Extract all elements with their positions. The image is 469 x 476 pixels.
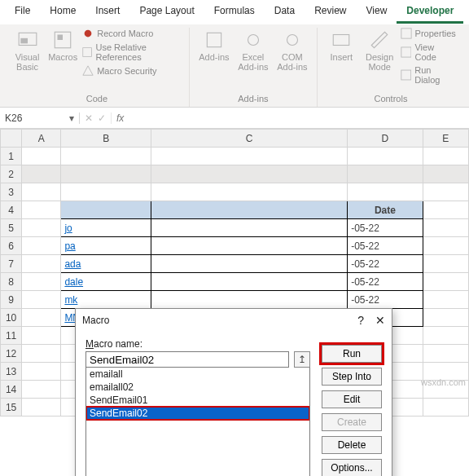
row-header[interactable]: 13 bbox=[1, 363, 22, 381]
row-header[interactable]: 10 bbox=[1, 309, 22, 327]
row-header[interactable]: 2 bbox=[1, 165, 22, 183]
enter-icon[interactable]: ✓ bbox=[98, 112, 106, 124]
tab-view[interactable]: View bbox=[357, 0, 397, 24]
date-cell[interactable]: -05-22 bbox=[348, 273, 423, 291]
dialog-titlebar[interactable]: Macro ? ✕ bbox=[76, 309, 392, 332]
date-cell[interactable]: -05-22 bbox=[348, 255, 423, 273]
svg-point-7 bbox=[248, 35, 258, 46]
record-icon bbox=[82, 28, 94, 39]
table-header-cell[interactable] bbox=[151, 201, 347, 219]
tab-home[interactable]: Home bbox=[40, 0, 85, 24]
row-header[interactable]: 4 bbox=[1, 201, 22, 219]
edit-button[interactable]: Edit bbox=[322, 390, 382, 408]
data-cell[interactable] bbox=[151, 273, 347, 291]
name-box-value: K26 bbox=[5, 112, 22, 124]
data-cell[interactable] bbox=[151, 237, 347, 255]
col-header[interactable]: B bbox=[61, 130, 151, 148]
svg-point-8 bbox=[287, 35, 297, 46]
col-header[interactable]: D bbox=[348, 130, 423, 148]
list-item[interactable]: emailall02 bbox=[86, 381, 309, 394]
date-cell[interactable]: -05-22 bbox=[348, 291, 423, 309]
data-cell[interactable] bbox=[151, 219, 347, 237]
row-header[interactable]: 15 bbox=[1, 399, 22, 416]
row-header[interactable]: 3 bbox=[1, 183, 22, 201]
tab-file[interactable]: File bbox=[5, 0, 40, 24]
col-header[interactable]: C bbox=[151, 130, 347, 148]
macro-dialog: Macro ? ✕ Macro name: ↥ emailall emailal… bbox=[75, 308, 392, 476]
group-addins: Add-ins Excel Add-ins COM Add-ins Add-in… bbox=[190, 28, 318, 107]
svg-rect-6 bbox=[207, 33, 221, 46]
design-mode-button[interactable]: Design Mode bbox=[362, 28, 397, 73]
tab-data[interactable]: Data bbox=[265, 0, 305, 24]
link-cell[interactable]: jo bbox=[61, 219, 151, 237]
gear-icon bbox=[243, 29, 264, 51]
table-header-date[interactable]: Date bbox=[348, 201, 423, 219]
row-header[interactable]: 1 bbox=[1, 148, 22, 165]
link-cell[interactable]: ada bbox=[61, 255, 151, 273]
tab-page-layout[interactable]: Page Layout bbox=[129, 0, 204, 24]
fx-label: fx bbox=[112, 112, 129, 124]
gear-icon bbox=[282, 29, 303, 51]
chevron-down-icon[interactable]: ▾ bbox=[69, 112, 74, 124]
macros-button[interactable]: Macros bbox=[46, 28, 79, 64]
data-cell[interactable] bbox=[151, 291, 347, 309]
row-header[interactable]: 14 bbox=[1, 381, 22, 399]
close-icon[interactable]: ✕ bbox=[375, 314, 385, 327]
fx-controls: ✕ ✓ bbox=[80, 112, 112, 124]
link-cell[interactable]: pa bbox=[61, 237, 151, 255]
insert-control-button[interactable]: Insert bbox=[324, 28, 359, 64]
step-into-button[interactable]: Step Into bbox=[322, 368, 382, 386]
addins-button[interactable]: Add-ins bbox=[196, 28, 232, 64]
table-header-cell[interactable] bbox=[61, 201, 151, 219]
link-cell[interactable]: mk bbox=[61, 291, 151, 309]
select-all[interactable] bbox=[1, 130, 22, 148]
visual-basic-button[interactable]: Visual Basic bbox=[11, 28, 43, 73]
delete-button[interactable]: Delete bbox=[322, 436, 382, 454]
macro-name-input[interactable] bbox=[85, 351, 289, 368]
list-item[interactable]: SendEmail01 bbox=[86, 394, 309, 407]
date-cell[interactable]: -05-22 bbox=[348, 237, 423, 255]
data-cell[interactable] bbox=[151, 255, 347, 273]
name-box[interactable]: K26 ▾ bbox=[0, 112, 80, 124]
excel-addins-button[interactable]: Excel Add-ins bbox=[235, 28, 271, 73]
properties-button[interactable]: Properties bbox=[401, 28, 458, 39]
options-button[interactable]: Options... bbox=[322, 459, 382, 476]
row-header[interactable]: 7 bbox=[1, 255, 22, 273]
com-addins-button[interactable]: COM Add-ins bbox=[274, 28, 310, 73]
list-item-selected[interactable]: SendEmail02 bbox=[86, 407, 309, 420]
macro-list[interactable]: emailall emailall02 SendEmail01 SendEmai… bbox=[85, 368, 310, 476]
svg-rect-11 bbox=[401, 47, 410, 57]
svg-rect-12 bbox=[401, 70, 410, 80]
view-code-button[interactable]: View Code bbox=[401, 42, 458, 62]
col-header[interactable]: A bbox=[22, 130, 61, 148]
addins-icon bbox=[204, 29, 225, 51]
date-cell[interactable]: -05-22 bbox=[348, 219, 423, 237]
grid-icon bbox=[82, 46, 92, 58]
row-header[interactable]: 5 bbox=[1, 219, 22, 237]
row-header[interactable]: 6 bbox=[1, 237, 22, 255]
svg-rect-1 bbox=[20, 38, 28, 44]
link-cell[interactable]: dale bbox=[61, 273, 151, 291]
tab-formulas[interactable]: Formulas bbox=[204, 0, 265, 24]
macros-icon bbox=[52, 29, 73, 51]
row-header[interactable]: 11 bbox=[1, 327, 22, 345]
tab-insert[interactable]: Insert bbox=[85, 0, 129, 24]
row-header[interactable]: 8 bbox=[1, 273, 22, 291]
list-item[interactable]: emailall bbox=[86, 368, 309, 381]
col-header[interactable]: E bbox=[423, 130, 468, 148]
run-button[interactable]: Run bbox=[322, 345, 382, 363]
ribbon-tabs: File Home Insert Page Layout Formulas Da… bbox=[0, 0, 469, 24]
tab-review[interactable]: Review bbox=[305, 0, 356, 24]
run-dialog-button[interactable]: Run Dialog bbox=[401, 65, 458, 85]
row-header[interactable]: 9 bbox=[1, 291, 22, 309]
help-icon[interactable]: ? bbox=[357, 314, 364, 327]
tab-developer[interactable]: Developer bbox=[397, 0, 463, 24]
dialog-buttons: Run Step Into Edit Create Delete Options… bbox=[322, 345, 382, 476]
record-macro-button[interactable]: Record Macro bbox=[82, 28, 182, 39]
macro-security-button[interactable]: Macro Security bbox=[82, 65, 182, 77]
toolbox-icon bbox=[331, 29, 352, 51]
cancel-icon[interactable]: ✕ bbox=[85, 112, 93, 124]
relative-refs-button[interactable]: Use Relative References bbox=[82, 42, 182, 62]
row-header[interactable]: 12 bbox=[1, 345, 22, 363]
collapse-icon[interactable]: ↥ bbox=[294, 351, 310, 368]
